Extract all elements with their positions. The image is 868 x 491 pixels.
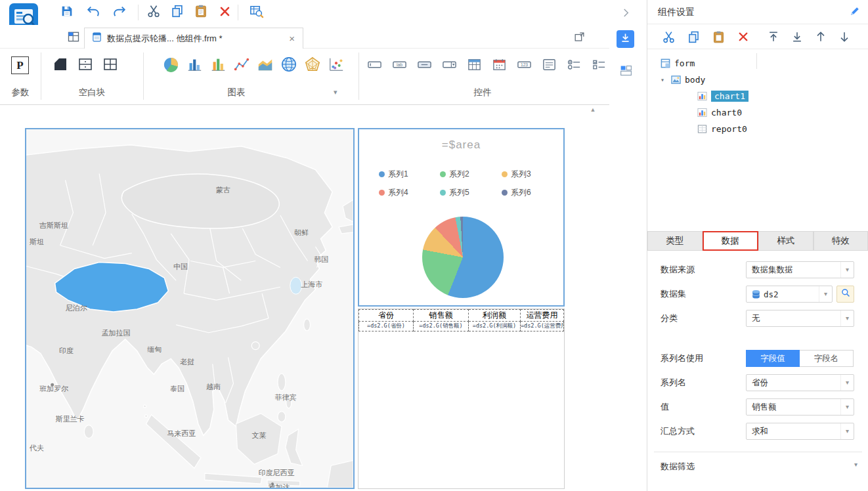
option-field-value[interactable]: 字段值 [746,350,800,367]
redo-button[interactable] [110,3,129,22]
undo-icon [86,4,100,21]
dataset-value: ds2 [747,289,819,299]
table-widget-button[interactable] [465,56,483,75]
move-to-bottom-button[interactable] [789,29,805,45]
table-formula-cell[interactable]: =ds2.G(利润额) [469,322,521,331]
tree-item-body[interactable]: ▾ body [647,72,868,87]
pie-chart-block[interactable]: =$area 系列1 系列2 系列3 系列4 系列5 系列6 [358,128,565,307]
table-header-cell[interactable]: 运营费用 [521,310,564,322]
panel-toolbar [647,24,868,49]
option-field-name[interactable]: 字段名 [800,350,854,367]
tree-item-report0[interactable]: report0 [647,121,868,137]
design-canvas[interactable]: 蒙古吉斯斯坦斯坦朝鲜韩国中国上海市尼泊尔孟加拉国印度缅甸老挝班加罗尔泰国越南菲律… [0,105,609,491]
tree-item-chart0[interactable]: chart0 [647,104,868,120]
area-chart-insert-button[interactable] [256,56,274,75]
tab-block-button[interactable] [76,56,95,75]
tab-close-icon[interactable]: × [288,33,296,44]
table-formula-cell[interactable]: =ds2.G(省份) [359,322,414,331]
dataset-name: ds2 [764,289,779,299]
tab-style[interactable]: 样式 [758,231,814,251]
table-formula-cell[interactable]: =ds2.G(运营费用) [521,322,564,331]
chart-title: =$area [359,139,563,152]
report-block[interactable]: 省份 销售额 利润额 运营费用 =ds2.G(省份) =ds2.G(销售额) =… [358,309,565,489]
legend-label: 系列6 [511,187,531,198]
paste-button[interactable] [192,3,210,22]
scroll-up-icon[interactable]: ▲ [587,106,599,113]
datasource-select[interactable]: 数据集数据 ▾ [746,261,854,278]
button-widget-button[interactable] [415,56,433,75]
table-header-cell[interactable]: 省份 [359,310,414,322]
line-chart-insert-button[interactable] [232,56,251,75]
label-widget-button[interactable]: lab [390,56,408,75]
bar-chart-insert-button[interactable] [209,56,227,75]
dataset-label: 数据集 [661,286,686,303]
radar-chart-insert-button[interactable] [303,56,322,75]
tree-expand-icon[interactable]: ▾ [661,76,664,83]
text-widget-button[interactable] [365,56,383,75]
scatter-chart-insert-button[interactable] [327,56,345,75]
column-chart-insert-button[interactable] [185,56,204,75]
tab-effect[interactable]: 特效 [814,231,868,251]
table-header-cell[interactable]: 利润额 [469,310,521,322]
seriesname-select[interactable]: 省份 ▾ [746,374,854,391]
edit-pencil-icon[interactable] [850,6,860,19]
document-tab[interactable]: 数据点提示轮播... 他组件.frm * × [84,28,303,49]
cut-button[interactable] [661,29,676,45]
absolute-block-button[interactable] [101,56,119,75]
move-to-top-button[interactable] [766,29,781,45]
dataset-select[interactable]: ds2 ▾ [746,286,833,303]
textarea-widget-icon [542,57,557,75]
category-value: 无 [747,313,840,324]
preview-button[interactable] [247,3,265,22]
pie-chart-insert-button[interactable] [162,56,180,75]
cut-button[interactable] [144,3,163,22]
paste-button[interactable] [710,29,726,45]
number-widget-button[interactable]: 123 [515,56,533,75]
report-block-button[interactable] [51,56,70,75]
copy-button[interactable] [168,3,186,22]
report-grid: 省份 销售额 利润额 运营费用 =ds2.G(省份) =ds2.G(销售额) =… [358,309,564,331]
move-up-button[interactable] [813,29,829,45]
table-header-cell[interactable]: 销售额 [414,310,469,322]
legend-item: 系列4 [379,187,408,198]
float-window-icon[interactable] [570,28,588,46]
legend-dot [440,171,446,177]
component-settings-toggle[interactable] [617,30,634,48]
redo-icon [112,4,127,21]
chart-group-expand-icon[interactable]: ▾ [334,88,337,96]
tree-item-form[interactable]: form [647,55,868,71]
collapse-right-panel-icon[interactable] [617,4,634,21]
combobox-widget-button[interactable] [440,56,458,75]
map-chart-block[interactable]: 蒙古吉斯斯坦斯坦朝鲜韩国中国上海市尼泊尔孟加拉国印度缅甸老挝班加罗尔泰国越南菲律… [25,128,355,489]
undo-button[interactable] [84,3,102,22]
body-layout-toggle[interactable] [617,63,634,80]
summary-label: 汇总方式 [661,423,695,440]
dataset-search-button[interactable] [836,286,854,303]
map-chart-insert-button[interactable] [280,56,298,75]
textarea-widget-button[interactable] [540,56,558,75]
delete-button[interactable] [215,3,234,22]
parameter-pane-button[interactable]: P [11,56,29,74]
copy-button[interactable] [685,29,701,45]
tree-item-chart1[interactable]: chart1 [647,88,868,104]
ribbon-group-params-label: 参数 [0,87,41,98]
summary-select[interactable]: 求和 ▾ [746,423,854,440]
delete-button[interactable] [735,29,751,45]
save-button[interactable] [58,3,76,22]
datasource-label: 数据来源 [661,261,695,278]
radio-group-widget-button[interactable] [565,56,583,75]
filter-collapse-icon[interactable]: ▾ [854,461,857,468]
checkbox-group-widget-button[interactable] [590,56,608,75]
category-label: 分类 [661,310,678,327]
date-widget-button[interactable] [490,56,508,75]
table-formula-cell[interactable]: =ds2.G(销售额) [414,322,469,331]
search-icon [841,288,850,300]
move-down-button[interactable] [836,29,852,45]
category-select[interactable]: 无 ▾ [746,310,854,327]
svg-text:lab: lab [397,62,402,66]
tab-data[interactable]: 数据 [703,231,759,251]
value-select[interactable]: 销售额 ▾ [746,398,854,416]
template-switch-icon[interactable] [64,28,83,46]
tree-item-label: chart0 [711,108,742,117]
tab-type[interactable]: 类型 [647,231,703,251]
